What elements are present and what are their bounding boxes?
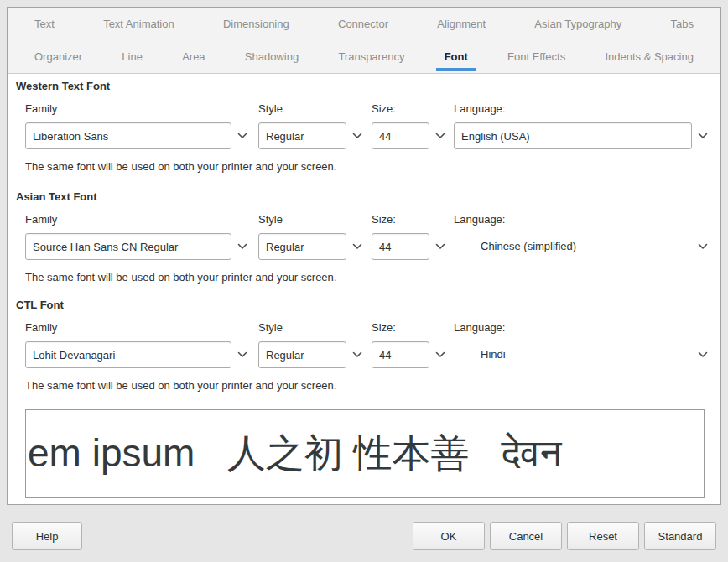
tab-line[interactable]: Line <box>113 40 151 73</box>
ctl-style-combobox <box>258 341 372 368</box>
chevron-down-icon[interactable] <box>698 133 708 139</box>
font-usage-note: The same font will be used on both your … <box>25 160 720 173</box>
family-label: Family <box>25 213 258 226</box>
font-usage-note: The same font will be used on both your … <box>25 379 720 392</box>
chevron-down-icon[interactable] <box>698 243 708 250</box>
tab-text-animation[interactable]: Text Animation <box>95 8 183 40</box>
western-size-combobox <box>372 122 454 149</box>
chevron-down-icon[interactable] <box>352 243 362 250</box>
western-style-combobox <box>258 122 372 149</box>
font-usage-note: The same font will be used on both your … <box>25 271 720 284</box>
ctl-family-combobox <box>25 341 258 368</box>
western-size-input[interactable] <box>372 122 429 149</box>
tab-font-effects[interactable]: Font Effects <box>499 40 574 73</box>
asian-size-input[interactable] <box>372 233 429 260</box>
size-label: Size: <box>372 213 454 226</box>
chevron-down-icon[interactable] <box>698 351 708 358</box>
tab-text[interactable]: Text <box>26 8 63 40</box>
asian-size-combobox <box>372 233 454 260</box>
tab-font[interactable]: Font <box>436 40 476 73</box>
reset-button[interactable]: Reset <box>567 522 639 550</box>
asian-family-input[interactable] <box>25 233 231 260</box>
ctl-family-input[interactable] <box>25 341 231 368</box>
chevron-down-icon[interactable] <box>435 351 445 358</box>
tab-row-2: Organizer Line Area Shadowing Transparen… <box>8 40 720 73</box>
family-label: Family <box>25 321 258 334</box>
tab-transparency[interactable]: Transparency <box>330 40 413 73</box>
asian-style-combobox <box>258 233 372 260</box>
ok-button[interactable]: OK <box>413 522 485 550</box>
section-ctl-font: CTL Font Family Style <box>8 299 720 392</box>
preview-text: em ipsum 人之初 性本善 देवन <box>26 410 704 496</box>
tab-alignment[interactable]: Alignment <box>429 8 494 40</box>
asian-language-dropdown[interactable]: Chinese (simplified) <box>454 233 708 260</box>
tab-bar: Text Text Animation Dimensioning Connect… <box>8 8 720 74</box>
help-button[interactable]: Help <box>12 522 82 550</box>
tab-row-1: Text Text Animation Dimensioning Connect… <box>8 8 720 40</box>
tab-indents-spacing[interactable]: Indents & Spacing <box>596 40 702 73</box>
chevron-down-icon[interactable] <box>435 243 445 250</box>
ctl-language-dropdown[interactable]: Hindi <box>454 341 708 368</box>
tab-organizer[interactable]: Organizer <box>26 40 91 73</box>
chevron-down-icon[interactable] <box>352 133 362 139</box>
standard-button[interactable]: Standard <box>644 522 716 550</box>
chevron-down-icon[interactable] <box>237 351 247 358</box>
ctl-style-input[interactable] <box>258 341 346 368</box>
style-label: Style <box>258 102 372 115</box>
language-label: Language: <box>454 213 708 226</box>
ctl-language-value[interactable]: Hindi <box>454 341 692 368</box>
section-asian-text-font: Asian Text Font Family Style <box>8 190 720 284</box>
font-preview-box: em ipsum 人之初 性本善 देवन <box>25 409 705 498</box>
tab-shadowing[interactable]: Shadowing <box>237 40 307 73</box>
dialog-action-area: Help OK Cancel Reset Standard <box>0 505 728 562</box>
chevron-down-icon[interactable] <box>237 133 247 139</box>
ctl-size-combobox <box>372 341 454 368</box>
language-label: Language: <box>454 102 708 115</box>
style-label: Style <box>258 213 372 226</box>
chevron-down-icon[interactable] <box>352 351 362 358</box>
character-properties-dialog: Text Text Animation Dimensioning Connect… <box>0 0 728 562</box>
section-title: CTL Font <box>16 299 720 311</box>
asian-language-value[interactable]: Chinese (simplified) <box>454 233 692 260</box>
western-language-combobox <box>454 122 708 149</box>
tab-connector[interactable]: Connector <box>330 8 397 40</box>
chevron-down-icon[interactable] <box>237 243 247 250</box>
font-tab-panel: Western Text Font Family Style <box>8 74 720 504</box>
section-title: Western Text Font <box>16 80 720 92</box>
chevron-down-icon[interactable] <box>435 133 445 139</box>
tab-asian-typography[interactable]: Asian Typography <box>526 8 630 40</box>
tab-area[interactable]: Area <box>174 40 213 73</box>
family-label: Family <box>25 102 258 115</box>
section-title: Asian Text Font <box>16 190 720 203</box>
tab-dimensioning[interactable]: Dimensioning <box>215 8 298 40</box>
cancel-button[interactable]: Cancel <box>490 522 562 550</box>
western-style-input[interactable] <box>258 122 346 149</box>
size-label: Size: <box>372 102 454 115</box>
style-label: Style <box>258 321 372 334</box>
tab-tabs[interactable]: Tabs <box>662 8 701 40</box>
asian-style-input[interactable] <box>258 233 346 260</box>
tab-notebook: Text Text Animation Dimensioning Connect… <box>7 7 721 505</box>
western-family-combobox <box>25 122 258 149</box>
section-western-text-font: Western Text Font Family Style <box>8 80 720 173</box>
ctl-size-input[interactable] <box>372 341 429 368</box>
asian-family-combobox <box>25 233 258 260</box>
western-language-input[interactable] <box>454 122 692 149</box>
western-family-input[interactable] <box>25 122 231 149</box>
size-label: Size: <box>372 321 454 334</box>
language-label: Language: <box>454 321 708 334</box>
